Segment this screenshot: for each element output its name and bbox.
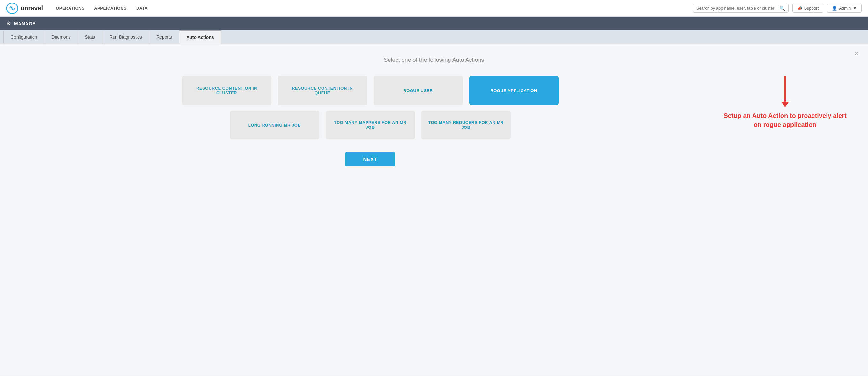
tab-bar: Configuration Daemons Stats Run Diagnost…	[0, 30, 868, 44]
next-button[interactable]: NEXT	[345, 152, 395, 166]
card-too-many-mappers[interactable]: TOO MANY MAPPERS FOR AN MR JOB	[326, 110, 415, 139]
search-input[interactable]	[696, 6, 780, 10]
cards-row-1: RESOURCE CONTENTION IN CLUSTER RESOURCE …	[19, 76, 721, 105]
select-title: Select one of the following Auto Actions	[19, 57, 849, 63]
top-nav: unravel OPERATIONS APPLICATIONS DATA 🔍 📣…	[0, 0, 868, 16]
nav-operations[interactable]: OPERATIONS	[56, 1, 85, 15]
manage-title: MANAGE	[14, 21, 36, 26]
support-button[interactable]: 📣 Support	[793, 3, 824, 13]
nav-applications[interactable]: APPLICATIONS	[94, 1, 127, 15]
tab-stats[interactable]: Stats	[78, 30, 102, 44]
tab-auto-actions[interactable]: Auto Actions	[179, 30, 221, 44]
close-button[interactable]: ×	[854, 50, 859, 57]
gear-icon: ⚙	[6, 21, 11, 27]
tab-configuration[interactable]: Configuration	[3, 30, 44, 44]
main-content: × Select one of the following Auto Actio…	[0, 44, 868, 375]
cards-section: RESOURCE CONTENTION IN CLUSTER RESOURCE …	[19, 76, 721, 166]
support-label: Support	[804, 6, 819, 10]
svg-point-1	[11, 7, 13, 9]
next-section: NEXT	[19, 152, 721, 166]
logo-area: unravel	[6, 3, 43, 14]
tab-daemons[interactable]: Daemons	[44, 30, 78, 44]
chevron-down-icon: ▼	[853, 6, 857, 10]
card-resource-contention-queue[interactable]: RESOURCE CONTENTION IN QUEUE	[278, 76, 367, 105]
nav-right: 🔍 📣 Support 👤 Admin ▼	[693, 3, 862, 13]
tab-reports[interactable]: Reports	[149, 30, 179, 44]
megaphone-icon: 📣	[797, 6, 802, 10]
admin-label: Admin	[839, 6, 851, 10]
search-icon: 🔍	[780, 6, 785, 11]
nav-links: OPERATIONS APPLICATIONS DATA	[56, 1, 693, 15]
admin-button[interactable]: 👤 Admin ▼	[827, 3, 862, 13]
card-long-running-mr-job[interactable]: LONG RUNNING MR JOB	[230, 110, 319, 139]
card-too-many-reducers[interactable]: TOO MANY REDUCERS FOR AN MR JOB	[422, 110, 511, 139]
cards-row-2: LONG RUNNING MR JOB TOO MANY MAPPERS FOR…	[19, 110, 721, 139]
annotation-text: Setup an Auto Action to proactively aler…	[721, 111, 849, 129]
annotation-arrow	[781, 76, 789, 107]
content-area: RESOURCE CONTENTION IN CLUSTER RESOURCE …	[19, 76, 849, 166]
arrow-head	[781, 102, 789, 107]
unravel-logo-icon	[6, 3, 18, 14]
brand-name: unravel	[21, 4, 43, 12]
card-rogue-application[interactable]: ROGUE APPLICATION	[469, 76, 559, 105]
nav-data[interactable]: DATA	[136, 1, 148, 15]
search-bar: 🔍	[693, 4, 788, 13]
manage-bar: ⚙ MANAGE	[0, 16, 868, 30]
user-icon: 👤	[832, 6, 837, 10]
arrow-line	[784, 76, 786, 102]
card-resource-contention-cluster[interactable]: RESOURCE CONTENTION IN CLUSTER	[182, 76, 272, 105]
tab-run-diagnostics[interactable]: Run Diagnostics	[102, 30, 149, 44]
annotation-area: Setup an Auto Action to proactively aler…	[721, 76, 849, 129]
card-rogue-user[interactable]: ROGUE USER	[374, 76, 463, 105]
